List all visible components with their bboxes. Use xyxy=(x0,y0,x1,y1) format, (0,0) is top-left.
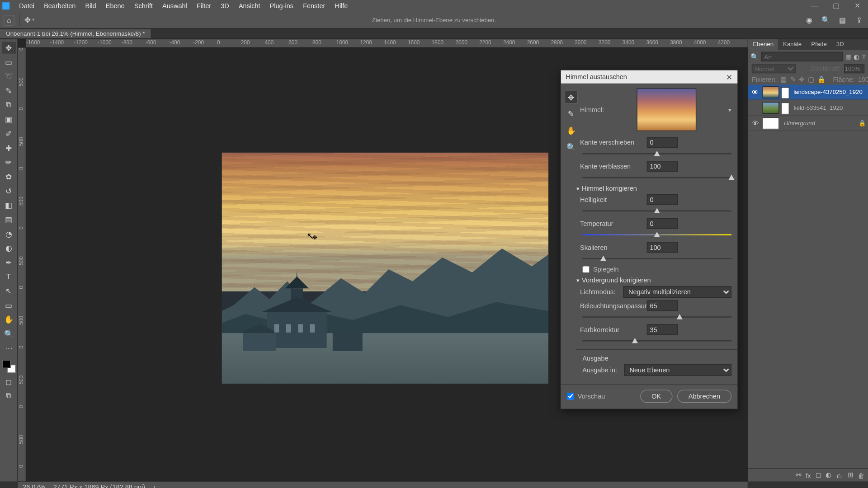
lock-artboard-icon[interactable]: ▢ xyxy=(808,75,814,83)
brush-tool[interactable]: ✏ xyxy=(1,156,16,168)
menu-item-plug-ins[interactable]: Plug-ins xyxy=(265,0,298,12)
output-to-select[interactable]: Neue Ebenen xyxy=(624,364,731,376)
layer-search-input[interactable] xyxy=(761,52,843,61)
layer-mask-thumbnail[interactable] xyxy=(781,102,789,114)
menu-item-bild[interactable]: Bild xyxy=(80,0,101,12)
window-close-button[interactable]: ✕ xyxy=(847,0,868,12)
menu-item-ebene[interactable]: Ebene xyxy=(101,0,129,12)
color-adjust-input[interactable] xyxy=(647,324,678,335)
visibility-toggle-icon[interactable]: 👁 xyxy=(750,119,760,127)
layer-row[interactable]: 👁landscape-4370250_1920 xyxy=(748,84,868,100)
sky-preset-thumbnail[interactable] xyxy=(637,88,696,131)
lock-transparency-icon[interactable]: ▦ xyxy=(780,75,786,83)
dropdown-icon[interactable]: ▾ xyxy=(32,17,34,23)
document-image[interactable] xyxy=(222,153,549,384)
new-layer-icon[interactable]: ⊞ xyxy=(848,471,853,479)
menu-item-fenster[interactable]: Fenster xyxy=(298,0,330,12)
layer-thumbnail[interactable] xyxy=(763,102,779,113)
lasso-tool[interactable]: ➰ xyxy=(1,70,16,82)
tool-preset-icon[interactable]: ✥ xyxy=(24,15,31,24)
opacity-input[interactable] xyxy=(844,64,864,73)
scale-input[interactable] xyxy=(647,242,678,253)
frame-tool[interactable]: ▣ xyxy=(1,113,16,125)
filter-adjust-icon[interactable]: ◐ xyxy=(854,53,859,61)
gradient-tool[interactable]: ▤ xyxy=(1,213,16,225)
scale-slider[interactable] xyxy=(582,255,731,262)
menu-item-ansicht[interactable]: Ansicht xyxy=(234,0,265,12)
doc-info[interactable]: 2771 Px x 1869 Px (182,88 ppi) xyxy=(53,483,145,488)
layer-row[interactable]: field-533541_1920 xyxy=(748,100,868,116)
layer-mask-thumbnail[interactable] xyxy=(781,87,789,99)
lock-all-icon[interactable]: 🔒 xyxy=(817,75,826,83)
type-tool[interactable]: T xyxy=(1,271,16,282)
layer-style-icon[interactable]: fx xyxy=(806,472,811,479)
dlg-hand-tool[interactable]: ✋ xyxy=(565,124,578,137)
panel-tab-kanäle[interactable]: Kanäle xyxy=(778,39,807,50)
screen-mode-toggle[interactable]: ⧉ xyxy=(1,389,16,401)
panel-tab-3d[interactable]: 3D xyxy=(831,39,849,50)
adjustment-layer-icon[interactable]: ◐ xyxy=(826,471,831,479)
dlg-move-tool[interactable]: ✥ xyxy=(565,90,578,103)
window-maximize-button[interactable]: ▢ xyxy=(825,0,846,12)
cancel-button[interactable]: Abbrechen xyxy=(677,389,731,403)
layer-name[interactable]: field-533541_1920 xyxy=(793,104,843,111)
lighting-adjust-input[interactable] xyxy=(647,300,678,311)
panel-tab-ebenen[interactable]: Ebenen xyxy=(748,39,778,50)
shape-tool[interactable]: ▭ xyxy=(1,299,16,311)
fill-value[interactable]: 100% xyxy=(858,75,868,83)
layer-thumbnail[interactable] xyxy=(763,117,779,129)
blur-tool[interactable]: ◔ xyxy=(1,228,16,239)
panel-tab-pfade[interactable]: Pfade xyxy=(807,39,832,50)
quick-mask-toggle[interactable]: ◻ xyxy=(1,375,16,387)
hand-tool[interactable]: ✋ xyxy=(1,314,16,325)
ok-button[interactable]: OK xyxy=(640,389,672,403)
temperature-input[interactable] xyxy=(647,218,678,229)
quick-select-tool[interactable]: ✎ xyxy=(1,84,16,96)
dlg-zoom-tool[interactable]: 🔍 xyxy=(565,141,578,154)
cloud-docs-icon[interactable]: ◉ xyxy=(804,14,815,25)
layer-name[interactable]: landscape-4370250_1920 xyxy=(793,89,863,95)
lock-position-icon[interactable]: ✥ xyxy=(799,75,804,83)
layer-row[interactable]: 👁Hintergrund🔒 xyxy=(748,116,868,131)
brightness-slider[interactable] xyxy=(582,207,731,215)
close-icon[interactable]: ✕ xyxy=(726,72,733,81)
path-select-tool[interactable]: ↖ xyxy=(1,285,16,296)
edge-fade-slider[interactable] xyxy=(582,174,731,181)
color-adjust-slider[interactable] xyxy=(582,337,731,344)
menu-item-schrift[interactable]: Schrift xyxy=(129,0,157,12)
more-tools[interactable]: ⋯ xyxy=(1,342,16,354)
preview-checkbox[interactable] xyxy=(567,393,574,400)
document-tab[interactable]: Unbenannt-1 bei 26,1% (Himmel, Ebenenmas… xyxy=(0,29,151,38)
menu-item-bearbeiten[interactable]: Bearbeiten xyxy=(39,0,80,12)
mirror-checkbox[interactable] xyxy=(582,266,590,273)
status-chevron-icon[interactable]: › xyxy=(153,483,155,488)
eyedropper-tool[interactable]: ✐ xyxy=(1,127,16,139)
group-icon[interactable]: 🗀 xyxy=(836,472,843,479)
pen-tool[interactable]: ✒ xyxy=(1,256,16,268)
home-button[interactable]: ⌂ xyxy=(4,14,14,25)
section-foreground-adjust[interactable]: ▾ Vordergrund korrigieren xyxy=(576,277,731,284)
clone-tool[interactable]: ✿ xyxy=(1,170,16,182)
lighting-adjust-slider[interactable] xyxy=(582,314,731,321)
menu-item-3d[interactable]: 3D xyxy=(216,0,234,12)
share-icon[interactable]: ⇪ xyxy=(854,14,864,25)
eraser-tool[interactable]: ◧ xyxy=(1,199,16,211)
menu-item-datei[interactable]: Datei xyxy=(14,0,39,12)
temperature-slider[interactable] xyxy=(582,231,731,239)
filter-type-icon[interactable]: T xyxy=(862,53,866,60)
link-layers-icon[interactable]: ⚯ xyxy=(796,471,801,479)
dlg-brush-tool[interactable]: ✎ xyxy=(565,107,578,120)
dialog-titlebar[interactable]: Himmel austauschen ✕ xyxy=(561,70,737,84)
edge-fade-input[interactable] xyxy=(647,161,678,172)
search-icon[interactable]: 🔍 xyxy=(821,14,831,25)
move-tool[interactable]: ✥ xyxy=(1,42,16,53)
workspace-icon[interactable]: ▦ xyxy=(837,14,848,25)
layer-thumbnail[interactable] xyxy=(763,86,779,98)
visibility-toggle-icon[interactable]: 👁 xyxy=(750,88,760,96)
menu-item-filter[interactable]: Filter xyxy=(192,0,216,12)
lock-pixels-icon[interactable]: ✎ xyxy=(790,75,796,83)
crop-tool[interactable]: ⧉ xyxy=(1,99,16,111)
layer-mask-icon[interactable]: ◻ xyxy=(816,471,821,479)
zoom-level[interactable]: 26,07% xyxy=(23,483,45,488)
section-sky-adjust[interactable]: ▾ Himmel korrigieren xyxy=(576,185,731,192)
